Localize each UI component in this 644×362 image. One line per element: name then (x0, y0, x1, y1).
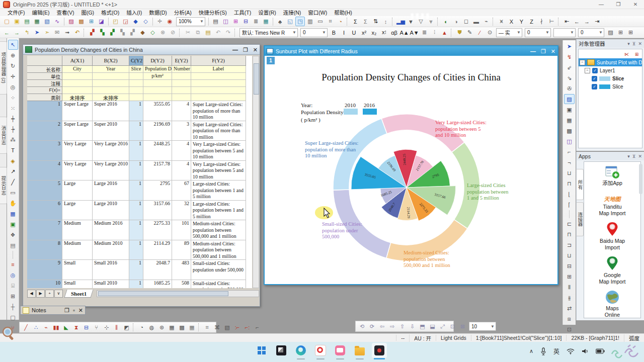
rescale-axes-icon[interactable]: :⌐ (232, 323, 242, 332)
new-link-table-icon[interactable]: ⊞ (8, 291, 18, 301)
insert-excel-icon[interactable]: ▣ (8, 219, 18, 229)
resize-layer-icon[interactable]: ⌊ (564, 189, 575, 199)
spectrum-icon[interactable]: ⩙ (497, 17, 506, 26)
fill-color-icon[interactable]: ⛊ (455, 28, 464, 37)
rotate-ccw-icon[interactable]: ⟲ (357, 322, 367, 331)
bubble-scale-icon[interactable]: ◎ (8, 270, 18, 280)
last-window-icon[interactable]: ⇥ (592, 17, 602, 26)
z-axis-icon[interactable]: Z (527, 17, 536, 26)
mask-clear-icon[interactable]: ⊘ (168, 28, 178, 37)
pattern-width-combo[interactable]: 0▼ (578, 28, 604, 37)
app-minimize-button[interactable]: — (593, 0, 610, 9)
plot-setup-icon[interactable]: ⋉ (622, 50, 631, 58)
tree-root-graph[interactable]: − Sunburst Plot with Different (579, 58, 642, 66)
worksheet-window[interactable]: Population Density Changes of Cities in … (23, 44, 260, 307)
ternary-plot-icon[interactable]: ▦ (167, 323, 177, 332)
annotation-large[interactable]: Large-sized Cities population between 1 … (467, 183, 509, 202)
new-3d-graph-icon[interactable]: ◪ (97, 17, 106, 26)
tilt-right-icon[interactable]: ⇨ (387, 322, 397, 331)
worksheet-minimize-button[interactable]: — (232, 45, 238, 55)
row-number[interactable]: 8 (27, 240, 62, 260)
object-manager-toggle-icon[interactable]: ◳ (295, 17, 305, 26)
graph-maker-icon[interactable]: ┼ (8, 302, 18, 312)
swap-layer-icon[interactable]: ⌈ (564, 200, 575, 210)
xy-scaler-icon[interactable]: ⍗ (8, 281, 18, 291)
insert-image-icon[interactable]: ▤ (8, 240, 18, 250)
rotate-cw-icon[interactable]: ⟳ (367, 322, 377, 331)
layout-1-icon[interactable]: ▣ (564, 105, 575, 115)
add-user-file-icon[interactable]: ➣ (42, 28, 52, 37)
unmask-range-icon[interactable]: ▚ (98, 28, 107, 37)
new-workbook-icon[interactable]: ▤ (22, 17, 32, 26)
column-header[interactable]: F(Y2) (191, 56, 246, 66)
row-number[interactable]: 5 (27, 180, 62, 201)
shrink-3d-icon[interactable]: ⤢ (438, 322, 447, 331)
undo-nav-icon[interactable]: ↶ (72, 28, 82, 37)
align-bottom-icon[interactable]: ⊔ (564, 250, 575, 260)
draw-data-icon[interactable]: ◈ (8, 156, 18, 166)
line-style-combo[interactable]: — 实▼ (496, 28, 522, 37)
save-window-icon[interactable]: ◇ (141, 17, 150, 26)
column-plot-icon[interactable]: ▮▮ (51, 323, 61, 332)
mask-toggle-icon[interactable]: ▞ (108, 28, 117, 37)
print-icon[interactable]: ▤ (211, 17, 220, 26)
mask-hide-icon[interactable]: ▞ (128, 28, 137, 37)
pan-axes-icon[interactable]: ⌘ (212, 323, 222, 332)
underline-icon[interactable]: U (349, 28, 359, 37)
digitizer-icon[interactable]: ✛ (155, 17, 165, 26)
fill-pattern-icon[interactable]: ▨ (606, 28, 615, 37)
annotation-small[interactable]: Small-sized Cities: population under 500… (322, 221, 362, 240)
font-smaller-icon[interactable]: A▼ (410, 28, 419, 37)
menu-item[interactable]: 帮助(H) (331, 9, 356, 16)
merge-graphs-icon[interactable]: ▦ (261, 17, 271, 26)
tab-hint-log[interactable]: 提示日志 (0, 167, 7, 204)
duplicate-batch-icon[interactable]: ⊟ (241, 17, 251, 26)
insert-graph-icon[interactable]: ▢ (8, 312, 18, 322)
mask-plot-icon[interactable]: ▧ (222, 323, 232, 332)
menu-item[interactable]: 文件(F) (4, 9, 28, 16)
row-number[interactable]: 2 (27, 121, 62, 141)
taskbar-app-pink[interactable] (333, 343, 348, 358)
command-window-icon[interactable]: ⌗ (326, 17, 335, 26)
apps-toggle-icon[interactable]: ▥ (305, 17, 315, 26)
notes-restore-button[interactable]: ❐ (64, 305, 69, 315)
graph-titlebar[interactable]: Sunburst Plot with Different Radius — ❐ … (265, 46, 557, 56)
column-header[interactable]: D(Y2) (143, 56, 172, 66)
stretch-3d-icon[interactable]: ⬓ (428, 322, 437, 331)
3d-bars-icon[interactable]: ⫼ (112, 323, 121, 332)
annotation-very-large[interactable]: Very Large-sized Cities: population betw… (435, 120, 487, 139)
row-number[interactable]: 3 (27, 141, 62, 161)
menu-item[interactable]: 查看(V) (53, 9, 77, 16)
collapse-icon[interactable]: − (585, 68, 590, 73)
3d-surface-icon[interactable]: ◩ (122, 323, 131, 332)
mask-color-icon[interactable]: ▚ (118, 28, 127, 37)
hiloclose-plot-icon[interactable]: ⧗ (71, 323, 81, 332)
mask-worksheet-icon[interactable]: ◆ (138, 28, 147, 37)
tilt-up-icon[interactable]: ⇧ (397, 322, 407, 331)
supersub-icon[interactable]: x⁝ (379, 28, 389, 37)
symbol-color-icon[interactable]: ⊙ (485, 28, 495, 37)
sheet-list-button[interactable]: ∨ (54, 290, 63, 298)
taskbar-app-red[interactable] (313, 343, 328, 358)
menu-item[interactable]: 窗口(W) (304, 9, 331, 16)
panel-menu-icon[interactable]: ▾ (627, 41, 630, 46)
rotate-icon[interactable]: ↻ (8, 61, 18, 71)
insert-object-icon[interactable]: ❖ (8, 230, 18, 240)
menu-item[interactable]: 设置(R) (255, 9, 280, 16)
worksheet-table[interactable]: A(X1)B(X2)C(Y2)D(Y2)E(Y2)F(Y2)长名称CityYea… (27, 56, 252, 288)
mask-disable-icon[interactable]: ◇ (148, 28, 157, 37)
new-excel-icon[interactable]: ▦ (32, 17, 42, 26)
tree-layer1[interactable]: − ✓ Layer1 (579, 66, 642, 74)
row-label[interactable]: 类别 (27, 94, 62, 101)
ime-indicator[interactable]: 英 (553, 347, 559, 355)
new-matrix-icon[interactable]: ▨ (66, 17, 76, 26)
row-label[interactable]: F(x)= (27, 87, 62, 94)
panel-menu-icon[interactable]: ▾ (627, 154, 630, 159)
pen-color-icon[interactable]: ✎ (465, 28, 474, 37)
distribute-v-icon[interactable]: ⫵ (564, 293, 575, 303)
apply-scale-icon[interactable]: ⌐ (253, 323, 262, 332)
line-width-combo[interactable]: 0▼ (525, 28, 551, 37)
font-larger-icon[interactable]: A▲ (399, 28, 409, 37)
polar-plot-icon[interactable]: ⊛ (157, 323, 167, 332)
font-size-combo[interactable]: 0▼ (300, 28, 328, 37)
